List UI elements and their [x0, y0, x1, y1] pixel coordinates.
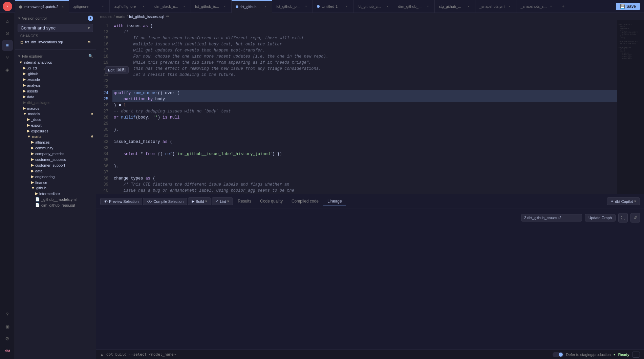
commit-sync-dropdown[interactable]: Commit and sync ▾	[18, 24, 93, 32]
tab-fct1[interactable]: fct_github_is... ×	[191, 0, 232, 13]
sidebar-icon-search[interactable]: ⊙	[2, 28, 13, 39]
tab-snapshots-yml[interactable]: _snapshots.yml ×	[475, 0, 516, 13]
sidebar-icon-graph[interactable]: ◈	[2, 64, 13, 75]
tree-item-intermediate[interactable]: ▶ intermediate	[15, 191, 96, 196]
tab-close[interactable]: ×	[385, 4, 390, 9]
tab-close[interactable]: ×	[263, 4, 268, 9]
folder-icon: ▶	[35, 191, 38, 196]
tab-close[interactable]: ×	[507, 4, 512, 9]
tab-sqlfluff[interactable]: .sqlfluffignore ×	[110, 0, 150, 13]
tree-item-company-metrics[interactable]: ▶ company_metrics	[15, 151, 96, 156]
copilot-button[interactable]: ✦ dbt Copilot ▾	[607, 197, 640, 205]
save-button[interactable]: 💾 Save	[616, 3, 640, 10]
tree-item-finance[interactable]: ▶ finance	[15, 180, 96, 185]
tree-item-community[interactable]: ▶ community	[15, 145, 96, 151]
tab-close[interactable]: ×	[426, 4, 430, 9]
tab-compiled-code[interactable]: Compiled code	[287, 197, 323, 206]
tree-item-data2[interactable]: ▶ data	[15, 168, 96, 174]
tab-add-button[interactable]: +	[558, 4, 569, 9]
tree-item-ci-cd[interactable]: ▶ .ci_cd	[15, 65, 96, 71]
save-icon: 💾	[620, 4, 625, 9]
tab-snapshots-s[interactable]: _snapshots_s... ×	[516, 0, 558, 13]
tab-dim-github[interactable]: dim_github_... ×	[394, 0, 435, 13]
compile-selection-button[interactable]: </> Compile Selection	[143, 198, 187, 205]
sidebar-icon-files[interactable]: ≡	[2, 40, 13, 51]
tree-item-export[interactable]: ▶ export	[15, 122, 96, 128]
tab-fct-p[interactable]: fct_github_p... ×	[272, 0, 313, 13]
refresh-button[interactable]: ↺	[630, 213, 640, 223]
preview-selection-button[interactable]: 👁 Preview Selection	[100, 198, 142, 205]
sidebar-icon-settings[interactable]: ⚙	[2, 333, 13, 344]
tab-fct-c[interactable]: fct_github_c... ×	[353, 0, 394, 13]
tab-close[interactable]: ×	[466, 4, 471, 9]
update-graph-button[interactable]: Update Graph	[585, 214, 616, 221]
tree-item-models[interactable]: ▼ models M	[15, 111, 96, 117]
defer-toggle[interactable]	[553, 352, 563, 357]
app-close-button[interactable]: ×	[3, 2, 12, 11]
tree-item-marts[interactable]: ▼ marts M	[15, 134, 96, 139]
fullscreen-button[interactable]: ⛶	[618, 213, 628, 223]
tree-item-assets[interactable]: ▶ assets	[15, 88, 96, 94]
tab-label: mirnawong1-patch-2	[24, 5, 58, 9]
folder-icon: ▶	[23, 66, 26, 70]
tree-item-data[interactable]: ▶ data	[15, 94, 96, 100]
tab-close[interactable]: ×	[182, 4, 187, 9]
tree-item-dim-github-repo[interactable]: 📄 dim_github_repo.sql	[15, 202, 96, 208]
sidebar-icon-home[interactable]: ⌂	[2, 16, 13, 26]
expand-icon[interactable]: ▲	[100, 353, 104, 356]
tab-mirnawong1[interactable]: ⬤ mirnawong1-patch-2 ×	[15, 0, 69, 13]
sidebar-icon-user[interactable]: ◉	[2, 321, 13, 332]
tab-gitignore[interactable]: .gitignore ×	[69, 0, 110, 13]
tab-close[interactable]: ×	[549, 4, 554, 9]
sidebar-icon-git[interactable]: ⑂	[2, 52, 13, 63]
graph-search-input[interactable]	[521, 214, 582, 221]
tree-item-docs[interactable]: ▶ _docs	[15, 117, 96, 122]
build-button[interactable]: ▶ Build ▾	[188, 197, 211, 205]
tab-lineage[interactable]: Lineage	[323, 197, 346, 206]
sidebar-icon-dbt[interactable]: dbt	[2, 345, 13, 356]
tree-item-internal-analytics[interactable]: ▼ internal-analytics	[15, 60, 96, 65]
breadcrumb-marts[interactable]: marts	[116, 15, 126, 19]
tree-item-macros[interactable]: ▶ macros	[15, 105, 96, 111]
tab-untitled[interactable]: Untitled-1 ×	[313, 0, 353, 13]
search-icon[interactable]: 🔍	[88, 54, 93, 58]
code-line: /*	[112, 29, 617, 35]
more-options-button[interactable]: ...	[632, 352, 640, 358]
tab-close[interactable]: ×	[60, 4, 65, 9]
edit-label: Edit	[108, 68, 114, 72]
tab-close[interactable]: ×	[222, 4, 227, 9]
breadcrumb-models[interactable]: models	[100, 15, 112, 19]
tree-item-github-models-yml[interactable]: 📄 _github__models.yml	[15, 196, 96, 202]
tab-close[interactable]: ×	[304, 4, 308, 9]
tree-item-vscode[interactable]: ▶ .vscode	[15, 77, 96, 82]
tree-item-analysis[interactable]: ▶ analysis	[15, 82, 96, 88]
tab-close[interactable]: ×	[344, 4, 349, 9]
code-editor[interactable]: with issues as ( /* If an issue has been…	[110, 20, 617, 194]
tab-close[interactable]: ×	[101, 4, 105, 9]
vc-header[interactable]: ▼ Version control 1	[18, 16, 93, 21]
tab-fct-github-active[interactable]: fct_github... ×	[232, 0, 272, 13]
sidebar-icon-docs[interactable]: ?	[2, 309, 13, 320]
tab-results[interactable]: Results	[234, 197, 255, 206]
tab-dim-slack[interactable]: dim_slack_u... ×	[150, 0, 191, 13]
tree-item-dbt-packages[interactable]: ▶ dbt_packages	[15, 100, 96, 105]
tree-item-alliances[interactable]: ▶ alliances	[15, 139, 96, 145]
edit-icon[interactable]: ✏	[166, 14, 169, 19]
tree-item-github2[interactable]: ▼ github	[15, 185, 96, 191]
tree-item-customer-support[interactable]: ▶ customer_support	[15, 162, 96, 168]
tree-item-github[interactable]: ▶ .github	[15, 71, 96, 77]
tab-close[interactable]: ×	[141, 4, 146, 9]
tab-stg-github[interactable]: stg_github_... ×	[435, 0, 475, 13]
tab-modified-dot	[317, 5, 320, 8]
tree-item-engineering[interactable]: ▶ engineering	[15, 174, 96, 180]
change-item[interactable]: ◻ fct_dbt_invocations.sql M	[18, 39, 93, 45]
file-explorer-header[interactable]: ▼ File explorer 🔍	[15, 52, 96, 60]
lint-button[interactable]: ✓ Lint ▾	[212, 197, 233, 205]
breadcrumb-file[interactable]: fct_github_issues.sql	[129, 15, 164, 19]
tab-code-quality-label: Code quality	[260, 199, 283, 204]
tree-item-exposures[interactable]: ▶ exposures	[15, 128, 96, 134]
tab-code-quality[interactable]: Code quality	[256, 197, 287, 206]
tree-item-label: company_metrics	[35, 152, 64, 156]
tree-item-customer-success[interactable]: ▶ customer_success	[15, 156, 96, 162]
breadcrumb-sep2: /	[127, 15, 128, 19]
